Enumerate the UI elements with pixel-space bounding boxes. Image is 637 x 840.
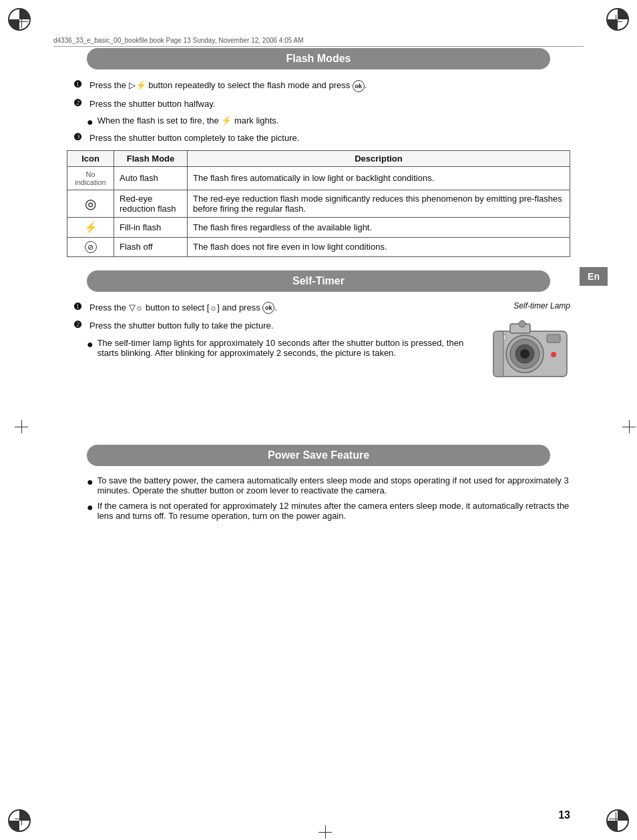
camera-svg: [490, 314, 570, 381]
table-row: ⚡ Fill-in flash The flash fires regardle…: [67, 217, 570, 237]
self-timer-bullet: ● The self-timer lamp lights for approxi…: [87, 338, 477, 358]
language-badge: En: [580, 267, 608, 286]
fill-flash-icon: ⚡: [84, 222, 97, 233]
desc-cell: The red-eye reduction flash mode signifi…: [188, 190, 570, 217]
self-timer-content: Self-timer Lamp: [67, 301, 570, 358]
power-save-title: Power Save Feature: [87, 445, 550, 466]
flash-modes-title: Flash Modes: [87, 48, 550, 69]
svg-point-4: [520, 349, 529, 359]
desc-cell: The flash does not fire even in low ligh…: [188, 237, 570, 256]
page-number: 13: [558, 809, 570, 821]
red-eye-icon: ◎: [85, 196, 96, 211]
table-row: ◎ Red-eyereduction flash The red-eye red…: [67, 190, 570, 217]
power-save-section: Power Save Feature ● To save the battery…: [67, 445, 570, 521]
crosshair-bl: [15, 812, 28, 825]
col-icon: Icon: [67, 150, 114, 166]
corner-br: [590, 793, 630, 833]
svg-point-10: [519, 321, 525, 327]
self-timer-step-1: ❶ Press the ▽☼ button to select [☼] and …: [67, 301, 477, 314]
flash-step-2: ❷ Press the shutter button halfway.: [67, 97, 570, 111]
flash-bullet-1: ● When the flash is set to fire, the ⚡ m…: [87, 116, 570, 128]
svg-rect-5: [547, 335, 560, 343]
icon-cell: Noindication: [67, 166, 114, 190]
flash-step-3: ❸ Press the shutter button completely to…: [67, 132, 570, 145]
self-timer-lamp-label: Self-timer Lamp: [513, 301, 570, 310]
table-row: ⊘ Flash off The flash does not fire even…: [67, 237, 570, 256]
power-save-bullet-2: ● If the camera is not operated for appr…: [87, 501, 570, 521]
svg-point-8: [551, 352, 556, 357]
mode-cell: Auto flash: [114, 166, 188, 190]
col-description: Description: [188, 150, 570, 166]
corner-tl: [7, 7, 47, 47]
mode-cell: Flash off: [114, 237, 188, 256]
col-flash-mode: Flash Mode: [114, 150, 188, 166]
table-row: Noindication Auto flash The flash fires …: [67, 166, 570, 190]
flash-table: Icon Flash Mode Description Noindication…: [67, 150, 570, 257]
self-timer-section: Self-Timer Self-timer Lamp: [67, 270, 570, 358]
desc-cell: The flash fires automatically in low lig…: [188, 166, 570, 190]
mode-cell: Fill-in flash: [114, 217, 188, 237]
flash-step-1: ❶ Press the ▷⚡ button repeatedly to sele…: [67, 79, 570, 92]
corner-tr: [590, 7, 630, 47]
crosshair-tr: [609, 15, 622, 28]
ok-button-icon: ok: [353, 80, 365, 92]
crosshair-tl: [15, 15, 28, 28]
self-timer-step-2: ❷ Press the shutter button fully to take…: [67, 319, 477, 333]
flash-modes-section: Flash Modes ❶ Press the ▷⚡ button repeat…: [67, 48, 570, 257]
icon-cell: ⚡: [67, 217, 114, 237]
icon-cell: ⊘: [67, 237, 114, 256]
main-content: Flash Modes ❶ Press the ▷⚡ button repeat…: [67, 48, 570, 787]
ok-button-icon-2: ok: [262, 302, 274, 314]
mode-cell: Red-eyereduction flash: [114, 190, 188, 217]
icon-cell: ◎: [67, 190, 114, 217]
corner-bl: [7, 793, 47, 833]
crosshair-br: [609, 812, 622, 825]
svg-rect-9: [493, 331, 503, 377]
header-info: d4336_33_e_basic_00_bookfile.book Page 1…: [53, 37, 584, 47]
self-timer-title: Self-Timer: [87, 270, 550, 292]
desc-cell: The flash fires regardless of the availa…: [188, 217, 570, 237]
flash-off-icon: ⊘: [85, 241, 97, 253]
power-save-bullet-1: ● To save the battery power, the camera …: [87, 475, 570, 495]
camera-image: [490, 314, 570, 383]
